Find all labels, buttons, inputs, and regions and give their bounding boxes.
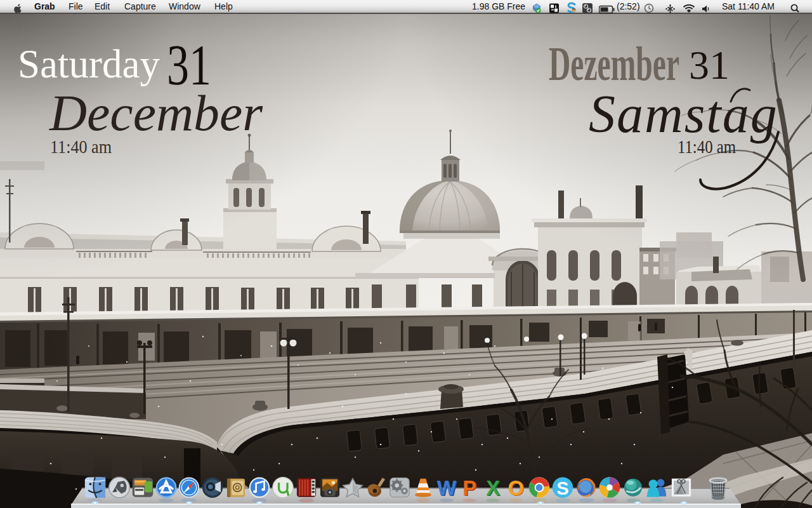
svg-text:31: 31 [689,43,730,88]
svg-text:11:40 am: 11:40 am [50,137,112,157]
svg-text:Samstag: Samstag [589,84,778,144]
svg-text:P: P [462,477,476,500]
svg-text:S: S [556,478,568,498]
svg-text:11:40 am: 11:40 am [678,137,736,157]
svg-text:X: X [486,477,500,500]
svg-text:Saturday: Saturday [18,42,160,86]
svg-text:O: O [508,477,523,500]
svg-text:December: December [49,85,263,141]
svg-text:Dezember: Dezember [549,37,679,90]
svg-text:W: W [437,477,457,500]
